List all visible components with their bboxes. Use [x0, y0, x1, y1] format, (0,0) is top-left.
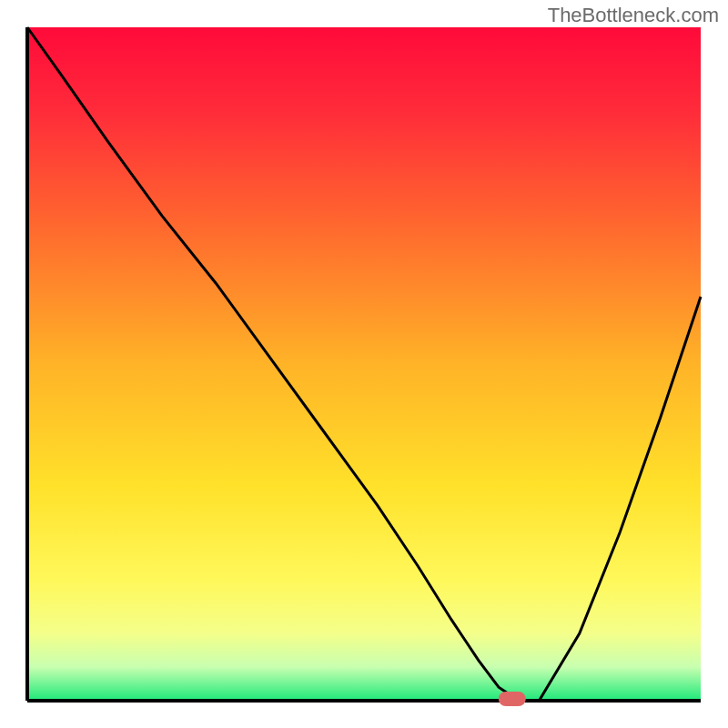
watermark-label: TheBottleneck.com — [548, 4, 719, 27]
bottleneck-chart — [0, 0, 728, 728]
chart-container: TheBottleneck.com — [0, 0, 728, 728]
plot-background — [27, 27, 701, 701]
optimal-marker — [499, 692, 526, 706]
